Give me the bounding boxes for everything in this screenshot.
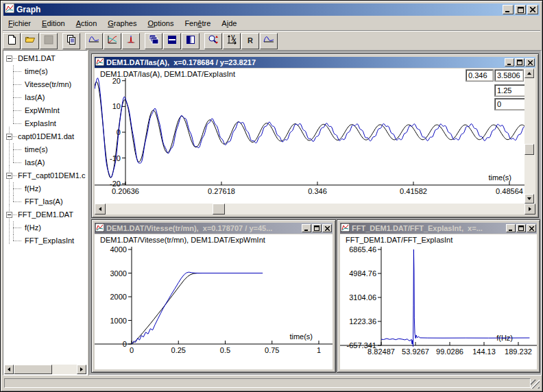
close-button[interactable] xyxy=(322,224,332,232)
menu-item-graphes[interactable]: Graphes xyxy=(102,18,142,29)
tree-leaf-fftexpiasint[interactable]: FFT_ExpIasInt xyxy=(4,234,86,247)
tile-horizontal-button[interactable] xyxy=(163,33,181,49)
scroll-left-icon[interactable] xyxy=(95,204,106,215)
scroll-right-icon[interactable] xyxy=(524,204,535,215)
tree-leaf-fhz[interactable]: f(Hz) xyxy=(4,182,86,195)
scrollbar-thumb[interactable] xyxy=(14,365,52,374)
minimize-button[interactable] xyxy=(503,5,514,14)
open-button[interactable] xyxy=(21,33,39,49)
tree-leaf-expiasint[interactable]: ExpIasInt xyxy=(4,117,86,130)
tree-leaf-fhz[interactable]: f(Hz) xyxy=(4,221,86,234)
tree-leaf-times[interactable]: time(s) xyxy=(4,65,86,78)
minimize-button[interactable] xyxy=(506,224,516,232)
tree-leaf-label: time(s) xyxy=(23,65,49,78)
menu-item-aide[interactable]: Aide xyxy=(216,18,242,29)
window-fft-title-bar[interactable]: FFT_DEM1.DAT/FFT_ExpIasInt, x=... xyxy=(340,223,537,234)
plot-curves-button[interactable] xyxy=(104,33,121,49)
maximize-button[interactable] xyxy=(312,224,322,232)
window-ias-title-bar[interactable]: DEM1.DAT/Ias(A), x=0.178684 / y=23.8217 xyxy=(95,57,535,68)
svg-text:3104.06: 3104.06 xyxy=(349,293,376,302)
tile-vertical-button[interactable] xyxy=(182,33,200,49)
new-document-icon xyxy=(6,34,17,48)
svg-text:0.75: 0.75 xyxy=(265,346,279,354)
svg-text:0: 0 xyxy=(123,340,127,348)
curve-plot-icon xyxy=(263,34,274,48)
menu-item-fentre[interactable]: Fenêtre xyxy=(179,18,216,29)
tree-node-label: capt01DEM1.dat xyxy=(16,130,75,143)
svg-text:144.13: 144.13 xyxy=(472,347,496,356)
menu-item-edition[interactable]: Edition xyxy=(36,18,71,29)
maximize-button[interactable] xyxy=(515,58,524,66)
horizontal-scrollbar[interactable] xyxy=(95,204,535,215)
menu-item-options[interactable]: Options xyxy=(142,18,179,29)
svg-text:4000: 4000 xyxy=(110,245,127,254)
data-tree-panel: DEM1.DATtime(s)Vitesse(tr/mn)Ias(A)ExpWm… xyxy=(3,50,88,376)
tree-leaf-expwmint[interactable]: ExpWmInt xyxy=(4,104,86,117)
maximize-button[interactable] xyxy=(515,5,526,14)
collapse-icon[interactable] xyxy=(6,212,12,218)
tree-node-capt01dem1dat[interactable]: capt01DEM1.dat xyxy=(4,130,86,143)
collapse-icon[interactable] xyxy=(6,173,12,179)
close-button[interactable] xyxy=(525,58,535,66)
scroll-down-icon[interactable] xyxy=(524,194,534,204)
save-button xyxy=(40,33,58,49)
vitesse-plot-canvas[interactable]: 4000300020001000000.250.50.751time(s) xyxy=(95,234,333,369)
scroll-left-icon[interactable] xyxy=(4,365,14,374)
menu-item-action[interactable]: Action xyxy=(71,18,103,29)
chart-window-icon xyxy=(95,222,104,234)
tree-horizontal-scrollbar[interactable] xyxy=(4,365,86,374)
tree-leaf-times[interactable]: time(s) xyxy=(4,143,86,156)
tree-leaf-label: Vitesse(tr/mn) xyxy=(23,78,73,91)
title-bar[interactable]: Graph xyxy=(3,3,540,16)
new-button[interactable] xyxy=(3,33,21,49)
window-fft-content: FFT_DEM1.DAT/FFT_ExpIasInt 6865.464984.7… xyxy=(340,234,537,369)
minimize-button[interactable] xyxy=(505,58,514,66)
tree-leaf-label: time(s) xyxy=(23,143,49,156)
copy-button[interactable] xyxy=(62,33,80,49)
tree-leaf-label: ExpIasInt xyxy=(23,117,58,130)
curves-plot-icon xyxy=(107,34,118,48)
scrollbar-thumb[interactable] xyxy=(524,144,534,155)
copy-icon xyxy=(66,34,77,48)
ias-plot-canvas[interactable]: 20100-10-200.206360.276180.3460.415820.4… xyxy=(95,69,526,206)
tree-node-fftcapt01dem1c[interactable]: FFT_capt01DEM1.c xyxy=(4,169,86,182)
svg-text:189.232: 189.232 xyxy=(505,347,532,356)
collapse-icon[interactable] xyxy=(6,56,12,62)
collapse-icon[interactable] xyxy=(6,134,12,140)
axes-scale-icon: yx xyxy=(226,34,237,48)
plot-curve-button[interactable] xyxy=(85,33,103,49)
mdi-workspace: DEM1.DAT/Ias(A), x=0.178684 / y=23.8217 … xyxy=(88,50,542,376)
fft-plot-canvas[interactable]: 6865.464984.763104.061223.36-657.3418.82… xyxy=(340,234,537,369)
zoom-button[interactable] xyxy=(204,33,222,49)
tree-leaf-iasa[interactable]: Ias(A) xyxy=(4,91,86,104)
window-vitesse: DEM1.DAT/Vitesse(tr/mn), x=0.178707 / y=… xyxy=(91,219,336,373)
scroll-right-icon[interactable] xyxy=(77,365,86,374)
plot-fft-button[interactable] xyxy=(122,33,140,49)
plot-curve-2-button[interactable] xyxy=(260,33,278,49)
tree-leaf-vitessetrmn[interactable]: Vitesse(tr/mn) xyxy=(4,78,86,91)
minimize-button[interactable] xyxy=(302,224,311,232)
tree-node-fftdem1dat[interactable]: FFT_DEM1.DAT xyxy=(4,208,86,221)
close-button[interactable] xyxy=(527,224,536,232)
window-vitesse-title-bar[interactable]: DEM1.DAT/Vitesse(tr/mn), x=0.178707 / y=… xyxy=(95,223,333,234)
tree-leaf-iasa[interactable]: Ias(A) xyxy=(4,156,86,169)
scroll-up-icon[interactable] xyxy=(524,69,534,78)
svg-text:0: 0 xyxy=(130,346,134,354)
scrollbar-thumb[interactable] xyxy=(213,204,225,215)
tile-horizontal-icon xyxy=(167,34,178,48)
data-tree: DEM1.DATtime(s)Vitesse(tr/mn)Ias(A)ExpWm… xyxy=(4,52,86,365)
window-vitesse-content: DEM1.DAT/Vitesse(tr/mn), DEM1.DAT/ExpWmI… xyxy=(95,234,333,369)
svg-text:4984.76: 4984.76 xyxy=(349,269,376,278)
resize-grip-icon[interactable] xyxy=(531,380,540,389)
vertical-scrollbar[interactable] xyxy=(524,69,535,204)
zoom-icon xyxy=(208,34,219,48)
tree-leaf-fftiasa[interactable]: FFT_Ias(A) xyxy=(4,195,86,208)
cascade-windows-button[interactable] xyxy=(145,33,162,49)
maximize-button[interactable] xyxy=(516,224,526,232)
tree-node-dem1dat[interactable]: DEM1.DAT xyxy=(4,52,86,65)
tree-leaf-label: f(Hz) xyxy=(23,221,43,234)
svg-text:10: 10 xyxy=(112,102,121,110)
close-button[interactable] xyxy=(527,5,538,14)
menu-item-fichier[interactable]: Fichier xyxy=(3,18,36,29)
axes-scale-button[interactable]: yx xyxy=(223,33,241,49)
